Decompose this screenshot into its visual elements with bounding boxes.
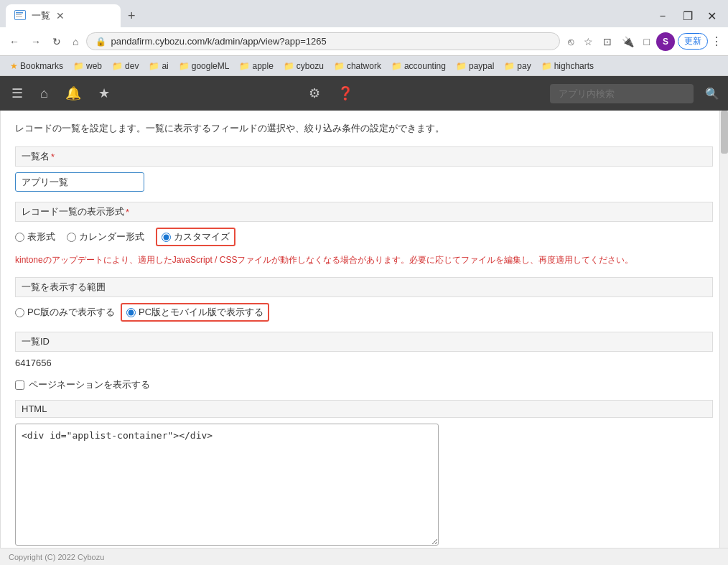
menu-button[interactable]: ☰ (9, 83, 26, 104)
list-name-label: 一覧名 (22, 150, 50, 163)
new-tab-button[interactable]: + (123, 7, 140, 25)
list-name-section: 一覧名 * (15, 146, 713, 192)
search-icon-button[interactable]: 🔍 (705, 87, 719, 101)
bookmarks-label: Bookmarks (20, 61, 63, 71)
update-button[interactable]: 更新 (678, 33, 708, 50)
favorites-button[interactable]: ☆ (580, 34, 597, 49)
cybozu-folder-icon: 📁 (284, 61, 294, 71)
help-button[interactable]: ❓ (335, 83, 356, 104)
collection-button[interactable]: ⊡ (599, 34, 615, 49)
list-id-header: 一覧ID (15, 332, 713, 352)
minimize-button[interactable]: － (651, 7, 674, 25)
range-pc-mobile-option[interactable]: PC版とモバイル版で表示する (121, 303, 269, 322)
footer: Copyright (C) 2022 Cybozu (0, 548, 728, 565)
range-pc-only-option[interactable]: PC版のみで表示する (15, 306, 115, 319)
addr-actions: ⎋ ☆ ⊡ 🔌 □ S 更新 ⋮ (564, 32, 722, 51)
forward-button[interactable]: → (27, 34, 45, 49)
range-header: 一覧を表示する範囲 (15, 277, 713, 297)
refresh-button[interactable]: ↻ (49, 34, 65, 49)
tab-icon (14, 10, 26, 22)
list-name-header: 一覧名 * (15, 146, 713, 167)
share-button[interactable]: ⎋ (564, 34, 577, 49)
bookmark-star[interactable]: ★ Bookmarks (6, 60, 67, 73)
bookmark-accounting[interactable]: 📁 accounting (387, 60, 450, 73)
bookmark-googleml[interactable]: 📁 googleML (174, 60, 234, 73)
dev-label: dev (125, 61, 139, 71)
back-button[interactable]: ← (6, 34, 23, 49)
highcharts-folder-icon: 📁 (541, 61, 552, 71)
active-tab[interactable]: 一覧 ✕ (6, 4, 121, 27)
profile-button[interactable]: S (656, 32, 675, 51)
list-id-label: 一覧ID (22, 335, 50, 348)
html-section: HTML (15, 400, 713, 548)
restore-button[interactable]: ❐ (677, 8, 699, 24)
pagination-checkbox[interactable] (15, 380, 24, 390)
bookmarks-bar: ★ Bookmarks 📁 web 📁 dev 📁 ai 📁 googleML … (0, 56, 728, 76)
bookmark-paypal[interactable]: 📁 paypal (452, 60, 498, 73)
bookmark-dev[interactable]: 📁 dev (108, 60, 143, 73)
ai-folder-icon: 📁 (149, 61, 159, 71)
bookmark-highcharts[interactable]: 📁 highcharts (537, 60, 598, 73)
record-format-section: レコード一覧の表示形式 * 表形式 カレンダー形式 カスタマイズ kintone… (15, 202, 713, 267)
web-label: web (86, 61, 102, 71)
bookmark-ai[interactable]: 📁 ai (144, 60, 172, 73)
bookmark-cybozu[interactable]: 📁 cybozu (279, 60, 328, 73)
bookmarks-star-icon: ★ (10, 61, 18, 71)
record-format-required: * (126, 207, 129, 218)
lock-icon: 🔒 (95, 37, 106, 47)
list-name-required: * (51, 151, 55, 162)
accounting-label: accounting (404, 61, 446, 71)
bookmark-web[interactable]: 📁 web (69, 60, 106, 73)
format-table-option[interactable]: 表形式 (15, 230, 55, 243)
scrollbar-track[interactable] (719, 111, 728, 548)
paypal-folder-icon: 📁 (456, 61, 467, 71)
close-button[interactable]: ✕ (701, 8, 722, 24)
settings-button[interactable]: ⚙ (306, 83, 323, 104)
html-textarea[interactable] (15, 424, 439, 546)
range-pc-mobile-label: PC版とモバイル版で表示する (139, 306, 263, 319)
list-id-value: 6417656 (15, 358, 713, 368)
sidebar-button[interactable]: □ (640, 34, 653, 49)
url-box[interactable]: 🔒 pandafirm.cybozu.com/k/admin/app/view?… (86, 32, 559, 50)
home-nav-button[interactable]: ⌂ (37, 83, 51, 104)
format-calendar-radio[interactable] (67, 233, 76, 242)
format-radio-group: 表形式 カレンダー形式 カスタマイズ (15, 228, 713, 246)
page-wrapper: 一覧 ✕ + － ❐ ✕ ← → ↻ ⌂ 🔒 pandafirm.cybozu.… (0, 0, 728, 565)
accounting-folder-icon: 📁 (391, 61, 402, 71)
list-name-input[interactable] (15, 172, 144, 192)
format-table-label: 表形式 (27, 230, 55, 243)
paypal-label: paypal (469, 61, 494, 71)
tab-close-button[interactable]: ✕ (56, 10, 65, 22)
apple-folder-icon: 📁 (239, 61, 250, 71)
notification-button[interactable]: 🔔 (62, 83, 84, 104)
range-pc-only-radio[interactable] (15, 308, 24, 317)
format-customize-label: カスタマイズ (174, 230, 230, 243)
bookmark-chatwork[interactable]: 📁 chatwork (330, 60, 386, 73)
svg-rect-4 (16, 16, 22, 17)
format-customize-option[interactable]: カスタマイズ (156, 228, 235, 246)
range-pc-mobile-radio[interactable] (126, 308, 136, 317)
range-pc-only-label: PC版のみで表示する (27, 306, 115, 319)
home-button[interactable]: ⌂ (69, 34, 82, 49)
list-id-section: 一覧ID 6417656 (15, 332, 713, 368)
extension-button[interactable]: 🔌 (618, 34, 638, 49)
svg-rect-2 (16, 12, 23, 14)
format-calendar-option[interactable]: カレンダー形式 (67, 230, 144, 243)
window-controls: － ❐ ✕ (651, 7, 722, 25)
scrollbar-thumb[interactable] (721, 111, 728, 154)
bookmark-pay[interactable]: 📁 pay (500, 60, 535, 73)
search-input[interactable] (550, 84, 694, 103)
address-bar: ← → ↻ ⌂ 🔒 pandafirm.cybozu.com/k/admin/a… (0, 27, 728, 56)
bookmark-apple[interactable]: 📁 apple (235, 60, 277, 73)
range-radio-group: PC版のみで表示する PC版とモバイル版で表示する (15, 303, 713, 322)
record-format-header: レコード一覧の表示形式 * (15, 202, 713, 222)
page-description: レコードの一覧を設定します。一覧に表示するフィールドの選択や、絞り込み条件の設定… (15, 122, 713, 135)
browser-menu-button[interactable]: ⋮ (711, 34, 722, 48)
format-customize-radio[interactable] (162, 233, 171, 242)
main-content: レコードの一覧を設定します。一覧に表示するフィールドの選択や、絞り込み条件の設定… (0, 111, 728, 548)
favorite-button[interactable]: ★ (95, 83, 113, 104)
pay-folder-icon: 📁 (504, 61, 515, 71)
html-label: HTML (22, 403, 47, 414)
format-table-radio[interactable] (15, 233, 24, 242)
warning-text: kintoneのアップデートにより、適用したJavaScript / CSSファ… (15, 253, 713, 267)
